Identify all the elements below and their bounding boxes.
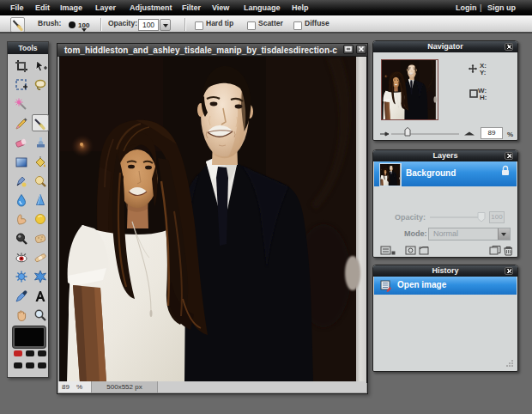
svg-text:100: 100 — [78, 21, 90, 29]
